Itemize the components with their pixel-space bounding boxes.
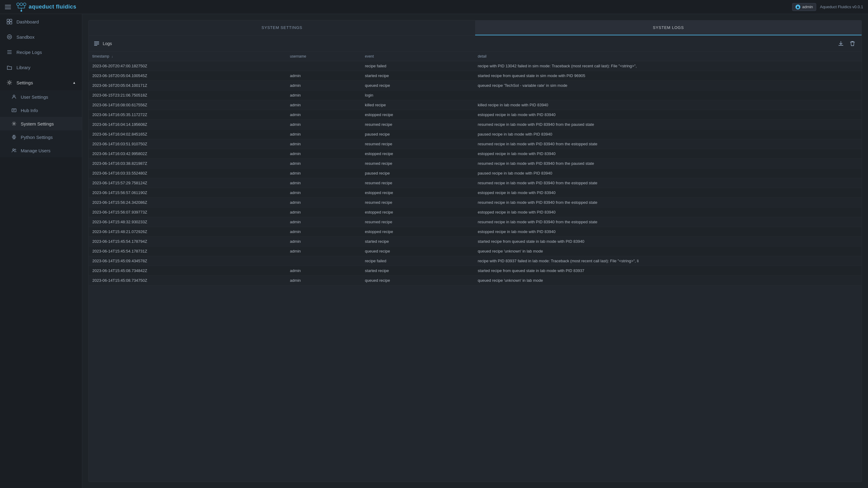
tab-system-logs[interactable]: SYSTEM LOGS [475,21,862,35]
cell-username: admin [286,168,361,178]
sidebar-subitem-python-settings[interactable]: Python Settings [0,130,82,144]
grid-icon [6,18,13,25]
cell-event: queued recipe [361,247,474,256]
table-row[interactable]: 2023-06-20T20:47:00.182750Zrecipe failed… [89,61,862,71]
sidebar-item-sandbox[interactable]: Sandbox [0,29,82,44]
svg-point-8 [797,6,799,7]
svg-point-17 [8,82,10,84]
logs-table: timestamp ↓ username event detail [89,52,862,286]
cell-event: login [361,91,474,100]
table-row[interactable]: 2023-06-14T15:56:07.939773Zadminestopped… [89,207,862,217]
table-row[interactable]: 2023-06-14T15:56:57.061190Zadminestopped… [89,188,862,198]
cell-timestamp: 2023-06-14T15:48:21.072926Z [89,227,286,237]
cell-event: resumed recipe [361,120,474,129]
cell-username: admin [286,237,361,247]
table-row[interactable]: 2023-06-14T15:56:24.342086Zadminresumed … [89,198,862,207]
table-row[interactable]: 2023-06-14T16:03:51.910750Zadminresumed … [89,139,862,149]
cell-timestamp: 2023-06-14T15:56:57.061190Z [89,188,286,198]
cell-timestamp: 2023-06-15T23:21:06.750518Z [89,91,286,100]
svg-point-26 [14,149,16,150]
tab-system-settings[interactable]: SYSTEM SETTINGS [89,21,475,35]
sidebar-subitem-hub-info[interactable]: Hub Info [0,104,82,117]
cell-detail: paused recipe in lab mode with PID 83940 [474,129,862,139]
cell-detail: queued recipe 'TechSol - variable rate' … [474,81,862,91]
content-area: SYSTEM SETTINGS SYSTEM LOGS [82,14,868,488]
cell-timestamp: 2023-06-14T16:08:00.617556Z [89,100,286,110]
cell-timestamp: 2023-06-14T16:05:35.117272Z [89,110,286,120]
sidebar-label-recipe-logs: Recipe Logs [17,50,42,55]
table-row[interactable]: 2023-06-14T16:03:42.995802Zadminestopped… [89,149,862,159]
cell-event: estopped recipe [361,207,474,217]
col-header-timestamp[interactable]: timestamp ↓ [89,52,286,61]
cell-event: started recipe [361,237,474,247]
table-row[interactable]: 2023-06-14T15:48:32.930233Zadminresumed … [89,217,862,227]
sidebar-item-dashboard[interactable]: Dashboard [0,14,82,29]
table-row[interactable]: 2023-06-14T15:45:54.178794Zadminstarted … [89,237,862,247]
table-row[interactable]: 2023-06-14T15:45:08.734842Zadminstarted … [89,266,862,276]
table-scroll[interactable]: timestamp ↓ username event detail [89,52,862,482]
cell-detail: estopped recipe in lab mode with PID 839… [474,110,862,120]
cell-detail: started recipe from queued state in sim … [474,71,862,81]
cell-timestamp: 2023-06-14T15:56:07.939773Z [89,207,286,217]
cell-timestamp: 2023-06-14T16:04:02.845165Z [89,129,286,139]
table-row[interactable]: 2023-06-14T16:05:35.117272Zadminestopped… [89,110,862,120]
table-row[interactable]: 2023-06-14T15:45:54.178731Zadminqueued r… [89,247,862,256]
hub-icon [11,107,17,113]
cell-event: resumed recipe [361,178,474,188]
cell-event: resumed recipe [361,159,474,168]
table-row[interactable]: 2023-06-16T20:05:04.100545Zadminstarted … [89,71,862,81]
sidebar-item-settings[interactable]: Settings ▲ [0,75,82,90]
cell-detail: recipe with PID 83937 failed in lab mode… [474,256,862,266]
svg-rect-9 [7,19,9,21]
system-icon [11,121,17,127]
cell-username: admin [286,247,361,256]
table-row[interactable]: 2023-06-14T16:03:38.821987Zadminresumed … [89,159,862,168]
table-row[interactable]: 2023-06-16T20:05:04.100171Zadminqueued r… [89,81,862,91]
cell-timestamp: 2023-06-14T16:03:42.995802Z [89,149,286,159]
cell-detail: estopped recipe in lab mode with PID 839… [474,227,862,237]
sidebar-subitem-system-settings[interactable]: System Settings [0,117,82,130]
settings-submenu: User Settings Hub Info [0,90,82,157]
hamburger-icon[interactable] [5,5,11,9]
sidebar-label-manage-users: Manage Users [21,148,51,153]
sidebar-subitem-manage-users[interactable]: Manage Users [0,144,82,157]
svg-point-7 [21,10,22,11]
admin-badge[interactable]: admin [792,3,816,11]
cell-username: admin [286,100,361,110]
delete-button[interactable] [848,39,857,48]
sidebar-label-dashboard: Dashboard [17,19,39,24]
user-icon [11,94,17,100]
cell-event: estopped recipe [361,110,474,120]
list-icon [6,49,13,56]
cell-username: admin [286,266,361,276]
cell-username [286,256,361,266]
table-row[interactable]: 2023-06-14T15:45:09.434578Zrecipe failed… [89,256,862,266]
cell-timestamp: 2023-06-14T16:03:33.552480Z [89,168,286,178]
cell-detail: resumed recipe in lab mode with PID 8394… [474,120,862,129]
topbar-left: aqueduct fluidics [5,2,76,12]
sidebar-item-library[interactable]: Library [0,60,82,75]
cell-detail: paused recipe in lab mode with PID 83940 [474,168,862,178]
cell-event: estopped recipe [361,188,474,198]
cell-timestamp: 2023-06-14T15:48:32.930233Z [89,217,286,227]
download-button[interactable] [837,39,845,48]
table-row[interactable]: 2023-06-14T16:03:33.552480Zadminpaused r… [89,168,862,178]
sidebar-item-recipe-logs[interactable]: Recipe Logs [0,44,82,60]
table-row[interactable]: 2023-06-14T16:04:02.845165Zadminpaused r… [89,129,862,139]
cell-event: estopped recipe [361,149,474,159]
sidebar-label-hub-info: Hub Info [21,108,38,113]
table-row[interactable]: 2023-06-14T15:45:08.734750Zadminqueued r… [89,276,862,286]
table-row[interactable]: 2023-06-15T23:21:06.750518Zadminlogin [89,91,862,100]
cell-detail: resumed recipe in lab mode with PID 8394… [474,139,862,149]
svg-point-0 [17,3,20,5]
sidebar-label-python-settings: Python Settings [21,135,53,140]
svg-rect-19 [12,109,16,112]
sort-arrow-timestamp: ↓ [112,55,113,58]
table-row[interactable]: 2023-06-14T16:08:00.617556Zadminkilled r… [89,100,862,110]
cell-username: admin [286,129,361,139]
table-row[interactable]: 2023-06-14T16:04:14.195608Zadminresumed … [89,120,862,129]
cell-username: admin [286,149,361,159]
sidebar-subitem-user-settings[interactable]: User Settings [0,90,82,104]
table-row[interactable]: 2023-06-14T15:57:29.758124Zadminresumed … [89,178,862,188]
table-row[interactable]: 2023-06-14T15:48:21.072926Zadminestopped… [89,227,862,237]
